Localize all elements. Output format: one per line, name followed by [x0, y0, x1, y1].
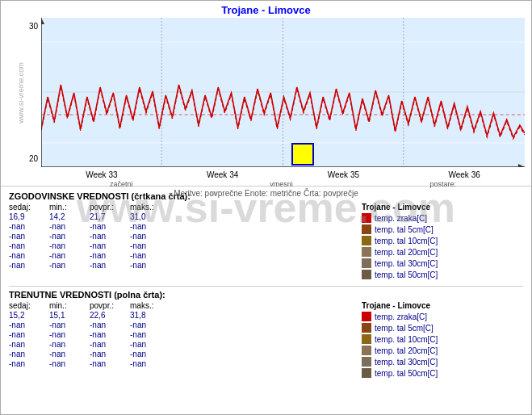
current-left: sedaj: min.: povpr.: maks.: 15,2 15,1 22… [9, 301, 346, 379]
curr-legend-color-0 [362, 312, 371, 321]
curr-col-0: sedaj: [9, 301, 49, 310]
curr-legend-color-2 [362, 334, 371, 344]
hist-legend-2: temp. tal 10cm[C] [362, 236, 523, 245]
hist-col-0: sedaj: [9, 203, 49, 212]
chart-svg [41, 18, 525, 167]
chart-axis-sublabels: začetni vmesni postare: [41, 180, 525, 188]
historical-table: sedaj: min.: povpr.: maks.: 16,9 14,2 21… [9, 203, 523, 281]
hist-row-1: -nan -nan -nan -nan [9, 222, 346, 231]
hist-row-0: 16,9 14,2 21,7 31,0 [9, 212, 346, 221]
curr-legend-color-4 [362, 357, 371, 367]
x-label-w33: Week 33 [86, 170, 117, 179]
y-label-bot: 20 [29, 154, 38, 163]
curr-legend-3: temp. tal 20cm[C] [362, 346, 523, 355]
curr-legend-color-1 [362, 323, 371, 333]
curr-legend-color-5 [362, 368, 371, 378]
hist-col-1: min.: [49, 203, 90, 212]
curr-row-0: 15,2 15,1 22,6 31,8 [9, 311, 346, 320]
curr-col-1: min.: [49, 301, 90, 310]
hist-legend-color-2 [362, 236, 371, 245]
sublabel-end: postare: [430, 180, 457, 188]
hist-legend-color-5 [362, 270, 371, 279]
curr-legend-1: temp. tal 5cm[C] [362, 323, 523, 333]
y-label-top: 30 [29, 22, 38, 31]
historical-col-headers: sedaj: min.: povpr.: maks.: [9, 203, 346, 212]
hist-legend-3: temp. tal 20cm[C] [362, 247, 523, 257]
hist-col-2: povpr.: [90, 203, 130, 212]
main-container: Trojane - Limovce www.si-vreme.com 30 20 [0, 0, 532, 415]
x-label-w35: Week 35 [328, 170, 359, 179]
curr-legend-5: temp. tal 50cm[C] [362, 368, 523, 378]
hist-row-5: -nan -nan -nan -nan [9, 261, 346, 270]
curr-legend-4: temp. tal 30cm[C] [362, 357, 523, 367]
curr-row-1: -nan -nan -nan -nan [9, 321, 346, 329]
hist-legend-5: temp. tal 50cm[C] [362, 270, 523, 279]
curr-legend-2: temp. tal 10cm[C] [362, 334, 523, 344]
chart-area: Trojane - Limovce www.si-vreme.com 30 20 [1, 1, 531, 187]
y-axis: 30 20 [1, 18, 41, 167]
x-label-w36: Week 36 [448, 170, 480, 179]
hist-legend-0: temp. zraka[C] [362, 213, 523, 223]
x-axis-labels: Week 33 Week 34 Week 35 Week 36 [41, 169, 525, 179]
data-section: ZGODOVINSKE VREDNOSTI (črtkana črta): se… [1, 187, 531, 389]
historical-legend: Trojane - Limovce temp. zraka[C] temp. t… [362, 203, 523, 281]
curr-row-2: -nan -nan -nan -nan [9, 330, 346, 339]
current-header: TRENUTNE VREDNOSTI (polna črta): [9, 290, 523, 300]
sublabel-start: začetni [110, 180, 133, 188]
chart-title: Trojane - Limovce [1, 1, 531, 18]
hist-legend-color-1 [362, 224, 371, 234]
chart-subtitle: Meritve: povprečne Enote: metrične Črta:… [1, 189, 531, 198]
curr-legend-color-3 [362, 346, 371, 355]
x-label-w34: Week 34 [207, 170, 238, 179]
hist-legend-4: temp. tal 30cm[C] [362, 258, 523, 268]
hist-legend-color-4 [362, 258, 371, 268]
curr-legend-title: Trojane - Limovce [362, 301, 523, 310]
curr-row-5: -nan -nan -nan -nan [9, 359, 346, 368]
curr-col-2: povpr.: [90, 301, 130, 310]
hist-row-3: -nan -nan -nan -nan [9, 241, 346, 250]
curr-row-3: -nan -nan -nan -nan [9, 340, 346, 349]
current-table: sedaj: min.: povpr.: maks.: 15,2 15,1 22… [9, 301, 523, 379]
hist-col-3: maks.: [130, 203, 170, 212]
curr-row-4: -nan -nan -nan -nan [9, 350, 346, 358]
curr-col-3: maks.: [130, 301, 170, 310]
tooltip-indicator [291, 143, 314, 166]
hist-row-4: -nan -nan -nan -nan [9, 251, 346, 260]
section-divider [9, 286, 523, 287]
hist-legend-title: Trojane - Limovce [362, 203, 523, 212]
current-col-headers: sedaj: min.: povpr.: maks.: [9, 301, 346, 310]
hist-legend-color-0 [362, 213, 371, 223]
sublabel-mid: vmesni [270, 180, 293, 188]
hist-row-2: -nan -nan -nan -nan [9, 232, 346, 241]
current-legend: Trojane - Limovce temp. zraka[C] temp. t… [362, 301, 523, 379]
historical-left: sedaj: min.: povpr.: maks.: 16,9 14,2 21… [9, 203, 346, 281]
hist-legend-color-3 [362, 247, 371, 257]
curr-legend-0: temp. zraka[C] [362, 312, 523, 321]
hist-legend-1: temp. tal 5cm[C] [362, 224, 523, 234]
